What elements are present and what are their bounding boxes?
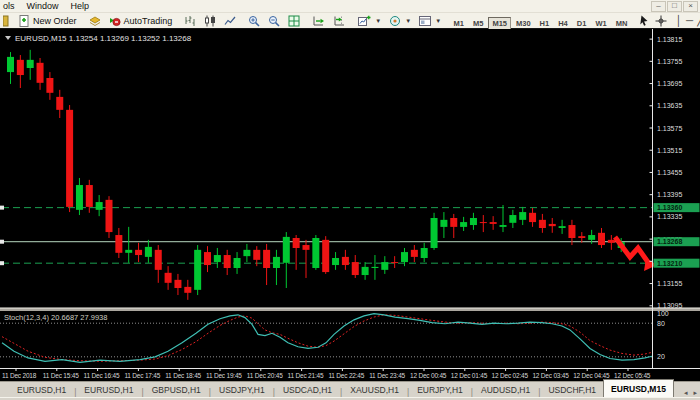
time-tick-label: 12 Dec 04:45	[573, 372, 610, 379]
tab-scroll-left-icon[interactable]: ◂	[681, 389, 691, 397]
timeframe-button-MN[interactable]: MN	[612, 17, 632, 30]
minimize-button[interactable]: –	[651, 1, 666, 12]
price-tick-label: 1.13335	[657, 213, 682, 220]
time-tick-label: 11 Dec 23:45	[369, 372, 405, 379]
menu-item-help[interactable]: Help	[65, 1, 96, 11]
cropped-toolbar-icon[interactable]	[1, 13, 11, 28]
periods-dropdown[interactable]: ▼	[415, 13, 445, 28]
new-chart-dropdown[interactable]: ▼	[354, 13, 385, 28]
cursor-tool-button[interactable]	[636, 13, 652, 28]
autotrading-icon	[109, 15, 121, 27]
price-tick-label: 1.13755	[657, 58, 682, 65]
bar-chart-icon	[184, 15, 196, 27]
chart-tab-gbpusdh1-2[interactable]: GBPUSD,H1	[145, 382, 208, 397]
candle-body	[519, 212, 526, 220]
chart-tab-xauusdh1-5[interactable]: XAUUSD,H1	[343, 382, 406, 397]
vertical-line-tool-button[interactable]: │	[674, 15, 684, 26]
close-button[interactable]: ×	[683, 1, 698, 12]
dropdown-arrow-icon: ▼	[435, 18, 441, 24]
horizontal-line-tool-button[interactable]: ─	[684, 15, 695, 26]
indicators-icon	[389, 15, 401, 27]
restore-button[interactable]: □	[667, 1, 682, 12]
candle-body	[125, 250, 132, 253]
candle-body	[332, 258, 339, 265]
timeframe-button-M1[interactable]: M1	[450, 17, 468, 30]
candle-body	[460, 222, 467, 227]
candle-body	[490, 222, 497, 224]
candle-body	[135, 250, 142, 255]
candle-body	[86, 185, 93, 207]
time-tick-label: 11 Dec 22:45	[328, 372, 364, 379]
price-tick-label: 1.13155	[657, 280, 682, 287]
chart-tab-usdchfh1-8[interactable]: USDCHF,H1	[541, 382, 603, 397]
zoom-out-button[interactable]	[264, 13, 284, 28]
timeframe-button-M30[interactable]: M30	[512, 17, 535, 30]
chart-tab-eurusdm15-9[interactable]: EURUSD,M15	[603, 379, 674, 397]
chart-shift-button[interactable]	[329, 13, 350, 28]
candle-body	[263, 250, 270, 268]
candle-body	[529, 213, 536, 222]
candle-body	[500, 225, 507, 227]
candle-body	[155, 250, 162, 270]
candle-body	[362, 267, 369, 275]
zoom-in-button[interactable]	[244, 13, 264, 28]
price-tick-label: 1.13695	[657, 80, 682, 87]
candlestick-chart-button[interactable]	[200, 13, 220, 28]
chart-tab-audusdh1-7[interactable]: AUDUSD,H1	[474, 382, 537, 397]
chart-window[interactable]: EURUSD,M15 1.13254 1.13269 1.13252 1.132…	[0, 29, 700, 381]
price-chart[interactable]: EURUSD,M15 1.13254 1.13269 1.13252 1.132…	[0, 29, 700, 381]
chart-tab-usdcadh1-4[interactable]: USDCAD,H1	[276, 382, 339, 397]
candle-body	[401, 252, 408, 262]
dropdown-arrow-icon: ▼	[405, 18, 411, 24]
trendline-tool-button[interactable]: ╱	[695, 15, 700, 26]
chart-tab-usdjpyh1-3[interactable]: USDJPY,H1	[212, 382, 272, 397]
candle-body	[549, 224, 556, 226]
zoom-in-icon	[248, 15, 260, 27]
price-tick-label: 1.13515	[657, 147, 682, 154]
timeframe-button-D1[interactable]: D1	[573, 17, 591, 30]
candle-body	[342, 257, 349, 265]
candle-body	[371, 267, 378, 268]
candlestick-chart-icon	[204, 15, 216, 27]
dropdown-arrow-icon: ▼	[375, 18, 381, 24]
timeframe-button-M5[interactable]: M5	[469, 17, 487, 30]
hline-left-marker	[0, 240, 4, 244]
periods-icon	[419, 15, 431, 27]
auto-scroll-button[interactable]	[308, 13, 329, 28]
time-tick-label: 11 Dec 15:45	[43, 372, 79, 379]
autotrading-button[interactable]: AutoTrading	[105, 14, 177, 27]
candle-body	[174, 280, 181, 288]
time-tick-label: 11 Dec 18:45	[165, 372, 201, 379]
candle-body	[27, 60, 34, 68]
candle-body	[322, 240, 329, 272]
tile-windows-button[interactable]	[284, 13, 304, 28]
candle-body	[559, 226, 566, 228]
chart-shift-icon	[333, 15, 346, 27]
timeframe-button-M15[interactable]: M15	[488, 17, 511, 30]
timeframe-button-H4[interactable]: H4	[554, 17, 572, 30]
candle-body	[214, 255, 221, 262]
candle-body	[470, 218, 477, 225]
time-tick-label: 11 Dec 2018	[2, 372, 37, 379]
bar-chart-button[interactable]	[180, 13, 200, 28]
candle-body	[96, 202, 103, 210]
menu-item-tools[interactable]: ols	[2, 1, 21, 11]
candle-body	[578, 236, 585, 238]
new-order-button[interactable]: New Order	[15, 14, 81, 27]
tab-scroll-right-icon[interactable]: ▸	[690, 389, 700, 397]
indicators-dropdown[interactable]: ▼	[385, 13, 415, 28]
crosshair-tool-button[interactable]	[652, 13, 670, 28]
chart-tab-eurjpyh1-6[interactable]: EURJPY,H1	[410, 382, 470, 397]
chart-profiles-button[interactable]	[85, 13, 105, 28]
timeframe-button-W1[interactable]: W1	[591, 17, 610, 30]
price-tick-label: 1.13455	[657, 169, 682, 176]
candle-body	[283, 237, 290, 263]
chart-tab-eurusdh1-1[interactable]: EURUSD,H1	[77, 382, 140, 397]
candle-body	[450, 218, 457, 227]
menu-item-window[interactable]: Window	[21, 1, 65, 11]
timeframe-button-H1[interactable]: H1	[536, 17, 554, 30]
chart-tab-eurusdh1-0[interactable]: EURUSD,H1	[10, 382, 73, 397]
candle-body	[234, 258, 241, 268]
line-chart-button[interactable]	[220, 13, 240, 28]
candle-body	[46, 78, 53, 93]
